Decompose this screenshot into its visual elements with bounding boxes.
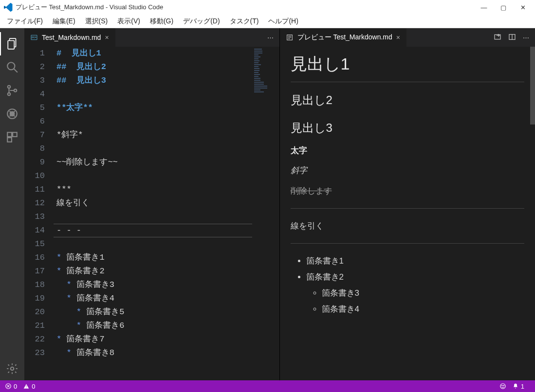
status-errors[interactable]: 0 <box>5 383 17 390</box>
menu-file[interactable]: ファイル(F) <box>2 16 48 27</box>
source-control-icon <box>6 84 18 97</box>
code-line[interactable]: * 箇条書き2 <box>56 265 252 278</box>
close-icon[interactable]: × <box>105 34 109 41</box>
code-line[interactable]: ## 見出し2 <box>56 60 252 74</box>
line-number: 3 <box>24 74 45 88</box>
menu-help[interactable]: ヘルプ(H) <box>263 16 303 27</box>
activity-debug[interactable] <box>0 102 24 125</box>
line-number: 11 <box>24 183 45 196</box>
preview-h1: 見出し1 <box>291 51 525 82</box>
editor-group-right: プレビュー Test_Markdown.md × ⋯ 見出し1 見出し2 見出し… <box>280 28 535 380</box>
svg-point-4 <box>8 86 10 88</box>
menu-task[interactable]: タスク(T) <box>225 16 264 27</box>
close-button[interactable]: ✕ <box>517 4 528 11</box>
close-icon[interactable]: × <box>396 34 400 41</box>
code-line[interactable]: * 箇条書き8 <box>56 346 252 360</box>
code-line[interactable]: # 見出し1 <box>56 47 252 60</box>
menu-edit[interactable]: 編集(E) <box>48 16 80 27</box>
activity-scm[interactable] <box>0 79 24 102</box>
svg-point-5 <box>8 93 10 95</box>
tab-label: Test_Markdown.md <box>42 34 101 41</box>
line-number: 2 <box>24 60 45 74</box>
tab-markdown-preview[interactable]: プレビュー Test_Markdown.md × <box>280 28 406 47</box>
svg-point-6 <box>14 89 17 91</box>
preview-list: 箇条書き1 箇条書き2 箇条書き3 箇条書き4 <box>291 254 525 316</box>
code-line[interactable] <box>56 237 252 251</box>
line-number: 13 <box>24 210 45 224</box>
list-item: 箇条書き3 <box>322 286 525 300</box>
more-actions-icon[interactable]: ⋯ <box>523 34 529 41</box>
menu-go[interactable]: 移動(G) <box>145 16 178 27</box>
markdown-preview[interactable]: 見出し1 見出し2 見出し3 太字 斜字 削除します 線を引く 箇条書き1 箇条… <box>280 47 535 380</box>
code-line[interactable] <box>56 115 252 128</box>
code-line[interactable]: - - - <box>56 224 252 237</box>
svg-point-2 <box>7 62 15 70</box>
tab-label: プレビュー Test_Markdown.md <box>297 33 392 42</box>
svg-point-23 <box>500 384 506 389</box>
line-number: 6 <box>24 115 45 128</box>
line-number: 17 <box>24 265 45 278</box>
vscode-logo-icon <box>4 3 13 12</box>
activity-settings[interactable] <box>0 357 24 380</box>
preview-hr <box>291 208 525 209</box>
code-line[interactable]: * 箇条書き7 <box>56 333 252 346</box>
activity-extensions[interactable] <box>0 125 24 149</box>
code-line[interactable]: **太字** <box>56 101 252 115</box>
code-line[interactable]: 線を引く <box>56 196 252 210</box>
line-number-gutter: 1234567891011121314151617181920212223 <box>24 47 54 380</box>
code-line[interactable] <box>56 142 252 156</box>
line-number: 14 <box>24 224 45 237</box>
list-item: 箇条書き2 箇条書き3 箇条書き4 <box>306 270 525 316</box>
line-number: 18 <box>24 278 45 292</box>
tab-markdown-source[interactable]: Test_Markdown.md × <box>24 28 115 47</box>
window-title: プレビュー Test_Markdown.md - Visual Studio C… <box>16 3 479 12</box>
status-warnings[interactable]: 0 <box>23 383 35 390</box>
code-editor[interactable]: 1234567891011121314151617181920212223 # … <box>24 47 279 380</box>
svg-point-24 <box>501 385 502 386</box>
line-number: 8 <box>24 142 45 156</box>
code-line[interactable]: * 箇条書き1 <box>56 251 252 265</box>
status-feedback[interactable] <box>499 383 506 390</box>
code-line[interactable]: *斜字* <box>56 128 252 142</box>
code-line[interactable]: *** <box>56 183 252 196</box>
more-actions-icon[interactable]: ⋯ <box>267 34 274 41</box>
tabs-left: Test_Markdown.md × ⋯ <box>24 28 279 47</box>
activity-search[interactable] <box>0 55 24 79</box>
svg-rect-9 <box>7 132 12 137</box>
maximize-button[interactable]: ▢ <box>498 4 509 11</box>
code-content[interactable]: # 見出し1## 見出し2## 見出し3**太字***斜字*~~削除します~~*… <box>54 47 252 380</box>
code-line[interactable]: * 箇条書き6 <box>56 319 252 333</box>
scrollbar[interactable] <box>530 47 535 125</box>
svg-rect-1 <box>8 41 14 49</box>
minimap[interactable] <box>252 47 279 380</box>
line-number: 20 <box>24 305 45 319</box>
menu-view[interactable]: 表示(V) <box>112 16 145 27</box>
preview-icon <box>286 34 294 41</box>
menu-select[interactable]: 選択(S) <box>80 16 113 27</box>
menu-debug[interactable]: デバッグ(D) <box>178 16 224 27</box>
line-number: 16 <box>24 251 45 265</box>
line-number: 21 <box>24 319 45 333</box>
activity-explorer[interactable] <box>0 32 24 55</box>
error-icon <box>5 383 12 390</box>
code-line[interactable] <box>56 88 252 101</box>
line-number: 10 <box>24 169 45 183</box>
code-line[interactable]: ## 見出し3 <box>56 74 252 88</box>
preview-h2: 見出し2 <box>291 91 525 109</box>
code-line[interactable] <box>56 169 252 183</box>
preview-strike: 削除します <box>291 184 525 197</box>
bell-icon <box>512 383 519 390</box>
open-to-side-icon[interactable] <box>494 33 501 42</box>
code-line[interactable]: * 箇条書き5 <box>56 305 252 319</box>
markdown-file-icon <box>30 34 38 41</box>
split-editor-icon[interactable] <box>508 33 516 42</box>
code-line[interactable]: ~~削除します~~ <box>56 156 252 169</box>
status-error-count: 0 <box>14 383 17 390</box>
minimize-button[interactable]: — <box>479 4 489 11</box>
code-line[interactable] <box>56 210 252 224</box>
code-line[interactable]: * 箇条書き4 <box>56 292 252 305</box>
tabs-right: プレビュー Test_Markdown.md × ⋯ <box>280 28 535 47</box>
code-line[interactable]: * 箇条書き3 <box>56 278 252 292</box>
preview-bold: 太字 <box>291 144 525 157</box>
status-notifications[interactable]: 1 <box>512 383 524 390</box>
